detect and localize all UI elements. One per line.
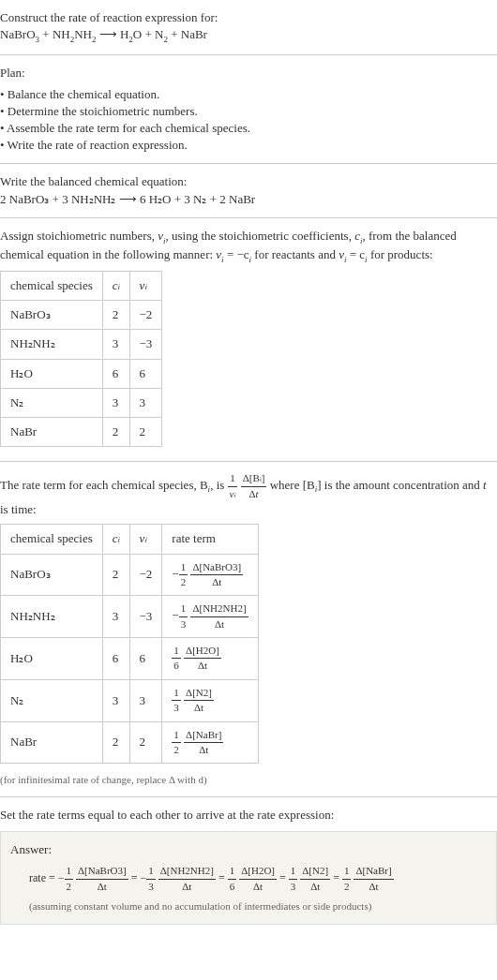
table-row: NH₂NH₂3−3 (1, 330, 162, 359)
stoich-text: Assign stoichiometric numbers, νi, using… (0, 228, 497, 265)
plan-item: • Balance the chemical equation. (0, 86, 497, 103)
col-rate: rate term (162, 525, 258, 554)
table-row: NaBr 2 2 12 Δ[NaBr]Δt (1, 721, 259, 764)
table-row: N₂ 3 3 13 Δ[N2]Δt (1, 679, 259, 721)
answer-box: Answer: rate = −12 Δ[NaBrO3]Δt = −13 Δ[N… (0, 831, 497, 924)
answer-note: (assuming constant volume and no accumul… (10, 899, 487, 913)
table-row: NaBrO₃ 2 −2 −12 Δ[NaBrO3]Δt (1, 554, 259, 596)
intro-equation: NaBrO3 + NH2NH2 ⟶ H2O + N2 + NaBr (0, 26, 497, 45)
intro-section: Construct the rate of reaction expressio… (0, 0, 497, 55)
balanced-section: Write the balanced chemical equation: 2 … (0, 164, 497, 217)
table-header-row: chemical species cᵢ νᵢ (1, 272, 162, 301)
rateterm-table: chemical species cᵢ νᵢ rate term NaBrO₃ … (0, 524, 259, 764)
table-header-row: chemical species cᵢ νᵢ rate term (1, 525, 259, 554)
balanced-title: Write the balanced chemical equation: (0, 173, 497, 190)
table-row: NaBr22 (1, 418, 162, 447)
plan-item: • Determine the stoichiometric numbers. (0, 103, 497, 120)
frac-coef: 1νᵢ (228, 471, 238, 501)
plan-section: Plan: • Balance the chemical equation. •… (0, 55, 497, 164)
col-nui: νᵢ (129, 272, 162, 301)
col-ci: cᵢ (102, 525, 129, 554)
table-row: NH₂NH₂ 3 −3 −13 Δ[NH2NH2]Δt (1, 596, 259, 638)
stoich-section: Assign stoichiometric numbers, νi, using… (0, 218, 497, 463)
rateterm-text: The rate term for each chemical species,… (0, 471, 497, 518)
stoich-table: chemical species cᵢ νᵢ NaBrO₃2−2 NH₂NH₂3… (0, 271, 162, 447)
rateterm-footnote: (for infinitesimal rate of change, repla… (0, 773, 497, 787)
final-section: Set the rate terms equal to each other t… (0, 797, 497, 934)
table-row: H₂O 6 6 16 Δ[H2O]Δt (1, 638, 259, 680)
table-row: N₂33 (1, 388, 162, 417)
col-species: chemical species (1, 525, 103, 554)
col-species: chemical species (1, 272, 103, 301)
table-row: H₂O66 (1, 359, 162, 388)
answer-label: Answer: (10, 841, 487, 858)
table-row: NaBrO₃2−2 (1, 301, 162, 330)
col-nui: νᵢ (129, 525, 162, 554)
col-ci: cᵢ (102, 272, 129, 301)
frac-dbi: Δ[Bᵢ]Δt (241, 471, 267, 501)
balanced-equation: 2 NaBrO₃ + 3 NH₂NH₂ ⟶ 6 H₂O + 3 N₂ + 2 N… (0, 191, 497, 208)
plan-item: • Write the rate of reaction expression. (0, 137, 497, 154)
plan-list: • Balance the chemical equation. • Deter… (0, 86, 497, 155)
answer-equation: rate = −12 Δ[NaBrO3]Δt = −13 Δ[NH2NH2]Δt… (10, 864, 487, 894)
plan-title: Plan: (0, 65, 497, 82)
plan-item: • Assemble the rate term for each chemic… (0, 120, 497, 137)
final-title: Set the rate terms equal to each other t… (0, 807, 497, 824)
rateterm-section: The rate term for each chemical species,… (0, 462, 497, 797)
intro-prompt: Construct the rate of reaction expressio… (0, 9, 497, 26)
